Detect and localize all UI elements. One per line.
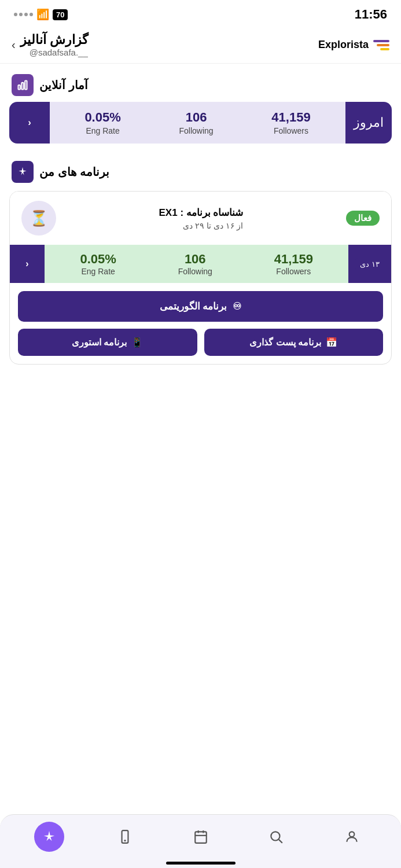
programs-section-header: برنامه های من bbox=[0, 155, 401, 191]
bar-chart-icon bbox=[12, 74, 34, 96]
algo-icon: ♾ bbox=[233, 300, 241, 312]
nav-calendar[interactable] bbox=[186, 822, 216, 852]
logo-text: Explorista bbox=[318, 39, 369, 51]
app-header: Explorista گزارش آنالیز @sadafsafa.__ › bbox=[0, 27, 401, 64]
following-value: 106 bbox=[179, 110, 213, 125]
svg-rect-1 bbox=[21, 83, 23, 90]
header-chevron-icon[interactable]: › bbox=[12, 38, 16, 52]
online-stats-header: آمار آنلاین bbox=[0, 64, 401, 102]
program-stat-eng: 0.05% Eng Rate bbox=[80, 252, 116, 276]
svg-rect-2 bbox=[25, 81, 27, 90]
header-title-sub: @sadafsafa.__ bbox=[20, 47, 88, 57]
eng-rate-value: 0.05% bbox=[84, 110, 120, 125]
stats-left-nav[interactable]: ‹ bbox=[9, 102, 50, 144]
program-stats-row: ۱۳ دی 41,159 Followers 106 Following 0.0… bbox=[10, 245, 391, 283]
date-badge: ۱۳ دی bbox=[355, 258, 384, 270]
svg-rect-0 bbox=[19, 85, 20, 90]
stat-followers: 41,159 Followers bbox=[271, 110, 310, 135]
program-eng-value: 0.05% bbox=[80, 252, 116, 267]
home-indicator bbox=[166, 862, 236, 865]
btn-row: 📅 برنامه پست گذاری 📱 برنامه استوری bbox=[18, 329, 383, 356]
story-icon: 📱 bbox=[131, 337, 143, 348]
story-program-button[interactable]: 📱 برنامه استوری bbox=[18, 329, 197, 356]
program-stat-following: 106 Following bbox=[178, 252, 212, 276]
post-program-button[interactable]: 📅 برنامه پست گذاری bbox=[204, 329, 384, 356]
online-stats-title: آمار آنلاین bbox=[39, 78, 88, 92]
header-title-area[interactable]: گزارش آنالیز @sadafsafa.__ › bbox=[12, 32, 88, 57]
header-title-main: گزارش آنالیز bbox=[20, 32, 88, 47]
wifi-icon: 📶 bbox=[36, 8, 49, 21]
logo-icon bbox=[373, 40, 389, 50]
svg-line-5 bbox=[279, 840, 282, 843]
svg-rect-6 bbox=[195, 832, 207, 843]
today-button[interactable]: امروز bbox=[345, 102, 392, 144]
chevron-left-icon: ‹ bbox=[28, 117, 31, 128]
program-followers-value: 41,159 bbox=[274, 252, 313, 267]
logo: Explorista bbox=[318, 39, 389, 51]
bottom-nav bbox=[0, 814, 401, 868]
program-card: فعال شناساه برنامه : EX1 از ۱۶ دی تا ۲۹ … bbox=[9, 191, 392, 365]
status-bar: 11:56 📶 70 bbox=[0, 0, 401, 27]
program-date-badge-container: ۱۳ دی bbox=[348, 245, 391, 283]
stats-body: 41,159 Followers 106 Following 0.05% Eng… bbox=[50, 102, 345, 144]
algo-program-button[interactable]: ♾ برنامه الگوریتمی bbox=[18, 291, 383, 322]
nav-profile[interactable] bbox=[337, 822, 367, 852]
battery-badge: 70 bbox=[53, 9, 68, 20]
followers-label: Followers bbox=[271, 126, 310, 135]
active-badge: فعال bbox=[346, 211, 380, 226]
program-date: از ۱۶ دی تا ۲۹ دی bbox=[159, 221, 244, 230]
program-info: شناساه برنامه : EX1 از ۱۶ دی تا ۲۹ دی bbox=[159, 207, 244, 230]
nav-search[interactable] bbox=[261, 822, 291, 852]
followers-value: 41,159 bbox=[271, 110, 310, 125]
post-icon: 📅 bbox=[326, 337, 337, 348]
programs-title: برنامه های من bbox=[39, 165, 109, 179]
hourglass-icon: ⏳ bbox=[21, 201, 56, 236]
program-eng-label: Eng Rate bbox=[80, 267, 116, 276]
stat-following: 106 Following bbox=[179, 110, 213, 135]
program-stats-body: 41,159 Followers 106 Following 0.05% Eng… bbox=[45, 245, 348, 283]
eng-rate-label: Eng Rate bbox=[84, 126, 120, 135]
svg-point-4 bbox=[271, 832, 279, 840]
program-card-top: فعال شناساه برنامه : EX1 از ۱۶ دی تا ۲۹ … bbox=[10, 192, 391, 245]
online-stats-card: امروز 41,159 Followers 106 Following 0.0… bbox=[9, 102, 392, 144]
svg-point-3 bbox=[349, 832, 354, 837]
nav-programs[interactable] bbox=[34, 822, 64, 852]
logo-line-2 bbox=[377, 44, 389, 46]
program-stats-left-nav[interactable]: ‹ bbox=[10, 245, 45, 283]
nav-phone[interactable] bbox=[110, 822, 140, 852]
program-chevron-left-icon: ‹ bbox=[25, 259, 28, 269]
logo-line-1 bbox=[373, 40, 389, 42]
sparkle-icon bbox=[12, 161, 34, 183]
program-buttons: ♾ برنامه الگوریتمی 📅 برنامه پست گذاری 📱 … bbox=[10, 283, 391, 364]
following-label: Following bbox=[179, 126, 213, 135]
program-following-label: Following bbox=[178, 267, 212, 276]
status-icons: 📶 70 bbox=[14, 8, 68, 21]
logo-line-3 bbox=[380, 48, 389, 50]
program-stat-followers: 41,159 Followers bbox=[274, 252, 313, 276]
algo-label: برنامه الگوریتمی bbox=[160, 300, 227, 312]
program-following-value: 106 bbox=[178, 252, 212, 267]
signal-dots bbox=[14, 13, 33, 16]
program-followers-label: Followers bbox=[274, 267, 313, 276]
status-time: 11:56 bbox=[355, 7, 387, 22]
header-title-text: گزارش آنالیز @sadafsafa.__ bbox=[20, 32, 88, 57]
program-id: شناساه برنامه : EX1 bbox=[159, 207, 244, 219]
story-label: برنامه استوری bbox=[72, 337, 127, 348]
post-label: برنامه پست گذاری bbox=[249, 337, 321, 348]
stat-eng-rate: 0.05% Eng Rate bbox=[84, 110, 120, 135]
